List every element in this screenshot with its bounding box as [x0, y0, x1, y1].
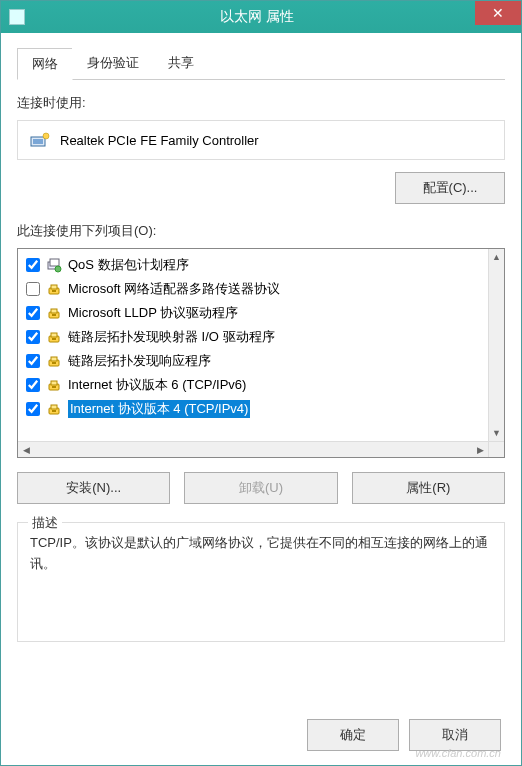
svg-rect-11 [51, 309, 57, 313]
ok-button-label: 确定 [340, 727, 366, 742]
horizontal-scrollbar[interactable]: ◀ ▶ [18, 441, 488, 457]
svg-rect-24 [52, 410, 56, 412]
item-checkbox[interactable] [26, 354, 40, 368]
tab-auth-label: 身份验证 [87, 55, 139, 70]
item-label: Microsoft 网络适配器多路传送器协议 [68, 280, 280, 298]
item-button-row: 安装(N)... 卸载(U) 属性(R) [17, 472, 505, 504]
dialog-footer: 确定 取消 [307, 719, 501, 751]
svg-rect-17 [51, 357, 57, 361]
items-label: 此连接使用下列项目(O): [17, 222, 505, 240]
tab-network[interactable]: 网络 [17, 48, 73, 80]
configure-button-label: 配置(C)... [423, 180, 478, 195]
scroll-down-arrow-icon[interactable]: ▼ [489, 425, 504, 441]
item-checkbox[interactable] [26, 330, 40, 344]
description-group: 描述 TCP/IP。该协议是默认的广域网络协议，它提供在不同的相互连接的网络上的… [17, 522, 505, 642]
tab-sharing-label: 共享 [168, 55, 194, 70]
svg-rect-8 [51, 285, 57, 289]
window-icon [9, 9, 25, 25]
items-list[interactable]: QoS 数据包计划程序Microsoft 网络适配器多路传送器协议Microso… [18, 249, 488, 441]
window-title: 以太网 属性 [33, 8, 521, 26]
configure-row: 配置(C)... [17, 172, 505, 204]
svg-rect-5 [50, 259, 59, 266]
uninstall-button: 卸载(U) [184, 472, 337, 504]
list-item[interactable]: Internet 协议版本 6 (TCP/IPv6) [20, 373, 486, 397]
service-icon [46, 257, 62, 273]
items-listbox: QoS 数据包计划程序Microsoft 网络适配器多路传送器协议Microso… [17, 248, 505, 458]
item-checkbox[interactable] [26, 258, 40, 272]
properties-window: 以太网 属性 ✕ 网络 身份验证 共享 连接时使用: Realtek PCIe … [0, 0, 522, 766]
adapter-box: Realtek PCIe FE Family Controller [17, 120, 505, 160]
svg-rect-12 [52, 314, 56, 316]
svg-rect-9 [52, 290, 56, 292]
cancel-button[interactable]: 取消 [409, 719, 501, 751]
configure-button[interactable]: 配置(C)... [395, 172, 505, 204]
protocol-icon [46, 401, 62, 417]
list-item[interactable]: Microsoft 网络适配器多路传送器协议 [20, 277, 486, 301]
item-checkbox[interactable] [26, 378, 40, 392]
list-item[interactable]: Internet 协议版本 4 (TCP/IPv4) [20, 397, 486, 421]
network-adapter-icon [30, 131, 50, 149]
svg-rect-18 [52, 362, 56, 364]
scroll-left-arrow-icon[interactable]: ◀ [18, 442, 34, 457]
protocol-icon [46, 353, 62, 369]
list-item[interactable]: QoS 数据包计划程序 [20, 253, 486, 277]
item-label: QoS 数据包计划程序 [68, 256, 189, 274]
svg-rect-20 [51, 381, 57, 385]
item-checkbox[interactable] [26, 282, 40, 296]
scroll-right-arrow-icon[interactable]: ▶ [472, 442, 488, 457]
uninstall-button-label: 卸载(U) [239, 480, 283, 495]
protocol-icon [46, 305, 62, 321]
content-area: 网络 身份验证 共享 连接时使用: Realtek PCIe FE Family… [1, 33, 521, 662]
item-label: 链路层拓扑发现映射器 I/O 驱动程序 [68, 328, 275, 346]
list-item[interactable]: 链路层拓扑发现映射器 I/O 驱动程序 [20, 325, 486, 349]
adapter-name: Realtek PCIe FE Family Controller [60, 133, 259, 148]
tab-network-label: 网络 [32, 56, 58, 71]
properties-button-label: 属性(R) [406, 480, 450, 495]
install-button-label: 安装(N)... [66, 480, 121, 495]
tab-strip: 网络 身份验证 共享 [17, 47, 505, 80]
protocol-icon [46, 329, 62, 345]
scroll-corner [488, 441, 504, 457]
close-icon: ✕ [492, 5, 504, 21]
item-label: Internet 协议版本 4 (TCP/IPv4) [68, 400, 250, 418]
tab-auth[interactable]: 身份验证 [72, 47, 154, 79]
item-checkbox[interactable] [26, 402, 40, 416]
connect-using-label: 连接时使用: [17, 94, 505, 112]
svg-rect-2 [33, 139, 43, 144]
protocol-icon [46, 377, 62, 393]
svg-rect-14 [51, 333, 57, 337]
svg-point-3 [43, 133, 49, 139]
ok-button[interactable]: 确定 [307, 719, 399, 751]
item-label: Microsoft LLDP 协议驱动程序 [68, 304, 238, 322]
vertical-scrollbar[interactable]: ▲ ▼ [488, 249, 504, 441]
description-legend: 描述 [28, 514, 62, 532]
close-button[interactable]: ✕ [475, 1, 521, 25]
properties-button[interactable]: 属性(R) [352, 472, 505, 504]
titlebar: 以太网 属性 ✕ [1, 1, 521, 33]
item-label: Internet 协议版本 6 (TCP/IPv6) [68, 376, 246, 394]
description-text: TCP/IP。该协议是默认的广域网络协议，它提供在不同的相互连接的网络上的通讯。 [30, 533, 492, 575]
svg-rect-15 [52, 338, 56, 340]
svg-rect-23 [51, 405, 57, 409]
vscroll-track[interactable] [489, 265, 504, 425]
cancel-button-label: 取消 [442, 727, 468, 742]
svg-point-6 [55, 266, 61, 272]
tab-sharing[interactable]: 共享 [153, 47, 209, 79]
hscroll-track[interactable] [34, 442, 472, 457]
item-checkbox[interactable] [26, 306, 40, 320]
item-label: 链路层拓扑发现响应程序 [68, 352, 211, 370]
list-item[interactable]: 链路层拓扑发现响应程序 [20, 349, 486, 373]
list-item[interactable]: Microsoft LLDP 协议驱动程序 [20, 301, 486, 325]
protocol-icon [46, 281, 62, 297]
scroll-up-arrow-icon[interactable]: ▲ [489, 249, 504, 265]
install-button[interactable]: 安装(N)... [17, 472, 170, 504]
svg-rect-21 [52, 386, 56, 388]
